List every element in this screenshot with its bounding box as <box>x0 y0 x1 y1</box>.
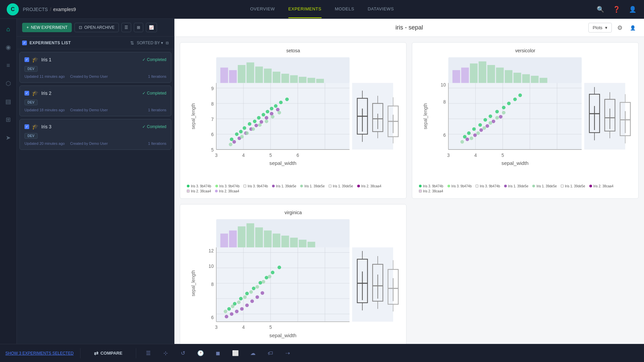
bottom-divider-1 <box>80 348 80 358</box>
refresh-action[interactable]: ↺ <box>178 348 189 359</box>
breadcrumb-sep: / <box>50 7 51 12</box>
experiment-item-iris3[interactable]: 🎓 Iris 3 ✓ Completed DEV Updated 20 minu… <box>19 119 171 150</box>
svg-point-38 <box>239 130 243 133</box>
sort-icon[interactable]: ⇅ <box>130 40 134 46</box>
archive-action[interactable]: ⬜ <box>230 348 241 359</box>
right-content: iris - sepal Plots ▾ ⚙ 👤 setosa <box>174 19 644 344</box>
experiment-item-iris2[interactable]: 🎓 Iris 2 ✓ Completed DEV Updated 18 minu… <box>19 85 171 116</box>
search-icon[interactable]: 🔍 <box>596 5 605 14</box>
svg-text:5: 5 <box>269 153 272 158</box>
svg-rect-164 <box>290 238 298 247</box>
svg-point-42 <box>257 116 261 120</box>
iris3-meta: Updated 20 minutes ago Created by Demo U… <box>24 141 166 145</box>
svg-rect-2 <box>220 68 228 83</box>
svg-point-133 <box>476 131 480 135</box>
list-view-button[interactable]: ☰ <box>121 23 131 32</box>
svg-point-56 <box>270 112 273 116</box>
svg-text:4: 4 <box>474 153 477 158</box>
cloud-action[interactable]: ☁ <box>248 348 258 359</box>
svg-rect-160 <box>255 227 263 247</box>
svg-point-194 <box>256 295 259 299</box>
logo: C <box>7 3 19 15</box>
svg-rect-162 <box>273 234 280 247</box>
experiments-header: EXPERIMENTS LIST ⇅ SORTED BY ▾ ⧈ <box>17 37 174 49</box>
sidebar-grid-icon[interactable]: ⊞ <box>3 115 13 125</box>
sidebar-rocket-icon[interactable]: ➤ <box>3 133 13 143</box>
svg-point-208 <box>243 295 247 299</box>
nav-models[interactable]: MODELS <box>335 0 354 18</box>
breadcrumb-current[interactable]: examples9 <box>53 7 76 12</box>
svg-point-118 <box>483 118 487 122</box>
svg-text:3: 3 <box>215 153 218 158</box>
filter-icon[interactable]: ⧈ <box>166 40 169 46</box>
sidebar-network-icon[interactable]: ⬡ <box>3 78 13 88</box>
iris2-updated: Updated 18 minutes ago <box>24 108 65 112</box>
content-header: iris - sepal Plots ▾ ⚙ 👤 <box>174 19 644 37</box>
move-action[interactable]: ⇢ <box>282 348 293 359</box>
table-view-action[interactable]: ☰ <box>143 348 154 359</box>
help-icon[interactable]: ❓ <box>612 5 621 14</box>
svg-point-58 <box>229 142 232 146</box>
user-icon-content[interactable]: 👤 <box>628 23 637 33</box>
svg-text:6: 6 <box>211 315 214 320</box>
compare-button[interactable]: ⇄ COMPARE <box>87 347 129 359</box>
iris3-checkbox[interactable] <box>24 124 29 129</box>
svg-rect-5 <box>247 62 254 83</box>
virginica-title: virginica <box>185 210 401 215</box>
plus-icon: + <box>26 25 29 30</box>
setosa-plot-area: 9 8 7 6 5 3 4 5 6 sepal_length sepal_wid… <box>185 57 401 182</box>
grid-view-button[interactable]: ⊞ <box>134 23 143 32</box>
svg-rect-92 <box>522 74 530 83</box>
archive-icon: ⊡ <box>79 25 82 30</box>
breadcrumb-projects[interactable]: PROJECTS <box>23 7 48 12</box>
select-all-checkbox[interactable] <box>22 41 27 45</box>
svg-text:8: 8 <box>211 282 214 287</box>
show-selected-button[interactable]: SHOW 3 EXPERIMENTS SELECTED <box>5 351 73 356</box>
scatter-view-action[interactable]: ⊹ <box>160 348 171 359</box>
settings-icon[interactable]: ⚙ <box>615 23 625 33</box>
svg-point-131 <box>461 140 464 144</box>
svg-point-134 <box>482 126 486 130</box>
sidebar-layers-icon[interactable]: ≡ <box>3 60 13 70</box>
nav-overview[interactable]: OVERVIEW <box>250 0 275 18</box>
svg-text:7: 7 <box>211 117 214 122</box>
svg-point-36 <box>230 137 233 141</box>
iris2-status: ✓ Completed <box>142 91 166 96</box>
sidebar-home-icon[interactable]: ⌂ <box>3 24 13 34</box>
svg-point-132 <box>470 136 473 140</box>
new-experiment-button[interactable]: + NEW EXPERIMENT <box>22 23 72 32</box>
nav-experiments[interactable]: EXPERIMENTS <box>288 0 322 18</box>
nav-dataviews[interactable]: DATAVIEWS <box>368 0 394 18</box>
svg-text:sepal_length: sepal_length <box>423 103 428 129</box>
tag-action[interactable]: 🏷 <box>265 348 276 359</box>
compare-icon: ⇄ <box>94 350 98 356</box>
sorted-by-label[interactable]: SORTED BY ▾ <box>137 41 163 45</box>
iris2-checkbox[interactable] <box>24 91 29 96</box>
svg-point-209 <box>249 290 253 294</box>
svg-point-65 <box>277 111 281 115</box>
svg-point-60 <box>245 131 249 135</box>
iris2-iterations: 1 Iterations <box>148 108 166 112</box>
chart-view-button[interactable]: 📈 <box>146 23 157 32</box>
svg-text:4: 4 <box>242 325 245 330</box>
user-avatar[interactable]: 👤 <box>628 5 637 14</box>
iris3-iterations: 1 Iterations <box>148 141 166 145</box>
svg-rect-4 <box>238 65 246 83</box>
sidebar-table-icon[interactable]: ▤ <box>3 97 13 107</box>
open-archive-button[interactable]: ⊡ OPEN ARCHIVE <box>74 23 119 32</box>
plots-dropdown[interactable]: Plots ▾ <box>588 23 612 33</box>
versicolor-title: versicolor <box>418 48 633 53</box>
stop-action[interactable]: ◼ <box>213 348 223 359</box>
iris1-checkbox[interactable] <box>24 57 29 62</box>
svg-point-130 <box>499 115 502 119</box>
history-action[interactable]: 🕐 <box>195 348 206 359</box>
sidebar-brain-icon[interactable]: ◉ <box>3 42 13 52</box>
plot-versicolor: versicolor <box>412 42 639 199</box>
iris1-status: ✓ Completed <box>142 57 166 62</box>
iris3-name: Iris 3 <box>41 124 140 129</box>
svg-text:4: 4 <box>242 153 245 158</box>
experiment-item-iris1[interactable]: 🎓 Iris 1 ✓ Completed DEV Updated 11 minu… <box>19 52 171 83</box>
svg-point-39 <box>243 126 246 130</box>
svg-point-135 <box>489 121 492 125</box>
svg-point-129 <box>492 120 495 123</box>
